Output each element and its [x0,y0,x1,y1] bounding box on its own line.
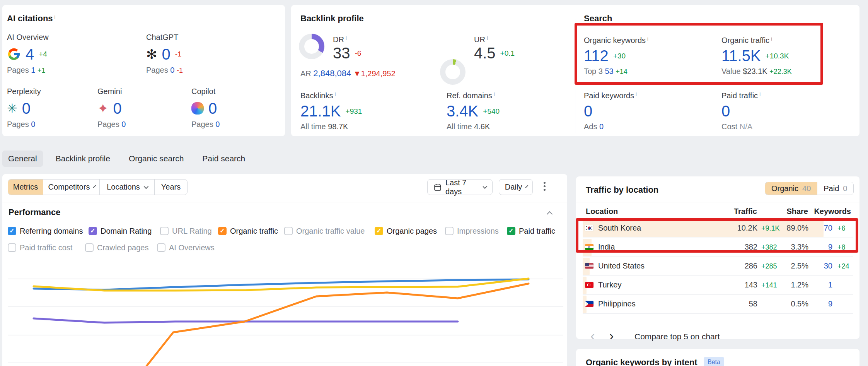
tab-paid-search[interactable]: Paid search [196,151,251,167]
metric-checkbox-ai-overviews[interactable]: AI Overviews [157,242,215,253]
engine-value[interactable]: 0 [208,100,217,117]
ar-value[interactable]: 2,848,084 [313,68,351,78]
copilot-icon [191,102,204,115]
ads-value[interactable]: 0 [599,122,604,131]
keywords-delta: +6 [837,224,846,233]
location-name[interactable]: United States [598,262,645,270]
col-location[interactable]: Location [586,207,618,216]
checkbox-icon[interactable] [157,243,165,252]
engine-value[interactable]: 0 [22,100,31,117]
metric-checkbox-domain-rating[interactable]: Domain Rating [89,226,152,236]
compare-top5-link[interactable]: Compare top 5 on chart [634,332,720,341]
engine-value[interactable]: 0 [162,46,171,63]
tab-general[interactable]: General [2,151,43,167]
share-value: 0.5% [778,299,808,308]
keywords-value[interactable]: 9 [813,299,832,308]
checkbox-icon[interactable] [89,227,97,235]
dr-donut-chart [299,34,324,59]
engine-perplexity: Perplexity ✳ 0 Pages 0 [7,87,88,129]
location-name[interactable]: India [598,243,615,251]
toggle-organic[interactable]: Organic 40 [765,182,817,195]
paid-traffic-value[interactable]: 0 [721,103,730,120]
col-share[interactable]: Share [781,207,808,216]
metric-checkbox-paid-traffic-cost[interactable]: Paid traffic cost [8,242,72,253]
metric-checkbox-organic-traffic[interactable]: Organic traffic [218,226,278,236]
ref-domains-delta: +540 [483,107,500,116]
next-page-button[interactable]: › [609,330,614,341]
backlinks-value[interactable]: 21.1K [300,103,341,120]
alltime-label: All time [300,122,326,131]
info-icon [759,91,761,97]
top3-value[interactable]: 53 [605,67,614,75]
paid-traffic-block: Paid traffic 0 Cost N/A [721,91,761,131]
toggle-paid[interactable]: Paid 0 [817,182,853,195]
keywords-value[interactable]: 70 [813,224,832,233]
pages-value[interactable]: 0 [215,120,220,128]
metric-checkbox-impressions[interactable]: Impressions [445,226,499,236]
pages-label: Pages [191,120,213,128]
location-row-india[interactable]: India 382 +382 3.3% 9 +8 [576,238,859,257]
engine-value[interactable]: 0 [113,100,122,117]
metric-checkbox-referring-domains[interactable]: Referring domains [8,226,83,236]
engine-value[interactable]: 4 [26,46,34,63]
traffic-by-location-card: Traffic by location Organic 40 Paid 0 Lo… [576,176,859,339]
metric-checkbox-organic-pages[interactable]: Organic pages [375,226,437,236]
checkbox-icon[interactable] [218,227,227,235]
tab-organic-search[interactable]: Organic search [123,151,189,167]
col-traffic[interactable]: Traffic [730,207,757,216]
paid-keywords-value[interactable]: 0 [584,103,592,120]
checkbox-icon[interactable] [8,243,16,252]
share-value: 3.3% [778,243,808,251]
location-row-philippines[interactable]: Philippines 58 0.5% 9 [576,295,859,314]
location-name[interactable]: Turkey [598,280,621,289]
checkbox-icon[interactable] [284,227,293,235]
pages-value[interactable]: 0 [121,120,126,128]
keywords-value[interactable]: 30 [813,262,832,270]
location-name[interactable]: South Korea [598,224,641,233]
metric-checkbox-url-rating[interactable]: URL Rating [160,226,212,236]
engine-name: Perplexity [7,87,88,96]
checkbox-icon[interactable] [507,227,515,235]
organic-keywords-block: Organic keywords 112 +30 Top 3 53 +14 [584,36,648,76]
keywords-value[interactable]: 9 [813,243,832,251]
tab-backlink-profile[interactable]: Backlink profile [50,151,116,167]
traffic-value: 58 [726,299,757,308]
ads-label: Ads [584,122,597,131]
checkbox-icon[interactable] [85,243,94,252]
checkbox-icon[interactable] [160,227,169,235]
engine-gemini: Gemini ✦ 0 Pages 0 [97,87,179,129]
cost-label: Cost [721,122,737,131]
pages-value[interactable]: 0 [170,66,174,74]
location-row-united-states[interactable]: United States 286 +285 2.5% 30 +24 [576,257,859,276]
col-keywords[interactable]: Keywords [812,207,851,216]
pages-value[interactable]: 0 [31,120,35,128]
backlinks-delta: +931 [346,107,362,116]
performance-line-chart[interactable] [2,255,566,366]
pages-value[interactable]: 1 [31,66,35,74]
keywords-value[interactable]: 1 [813,280,832,289]
metric-checkbox-paid-traffic[interactable]: Paid traffic [507,226,555,236]
location-name[interactable]: Philippines [598,299,636,308]
organic-paid-toggle: Organic 40 Paid 0 [765,182,854,195]
metric-checkbox-crawled-pages[interactable]: Crawled pages [85,242,148,253]
location-row-south-korea[interactable]: South Korea 10.2K +9.1K 89.0% 70 +6 [576,219,859,238]
alltime-value: 98.7K [328,122,348,131]
organic-keywords-value[interactable]: 112 [584,47,609,65]
organic-traffic-label: Organic traffic [721,36,769,44]
engine-chatgpt: ChatGPT ✻ 0 -1 Pages 0 -1 [146,33,274,75]
checkbox-icon[interactable] [375,227,383,235]
checkbox-icon[interactable] [8,227,16,235]
value-delta: +22.3K [769,68,792,75]
prev-page-button[interactable]: ‹ [590,330,595,341]
traffic-by-location-title: Traffic by location [586,185,658,195]
checkbox-icon[interactable] [445,227,454,235]
pages-delta: +1 [38,67,46,74]
traffic-delta: +285 [761,262,777,270]
metric-checkbox-organic-traffic-value[interactable]: Organic traffic value [284,226,365,236]
checkbox-label: Domain Rating [101,227,152,236]
ref-domains-value[interactable]: 3.4K [447,103,478,120]
checkbox-label: Organic traffic value [296,227,365,236]
organic-traffic-value[interactable]: 11.5K [721,47,761,65]
location-row-turkey[interactable]: Turkey 143 +141 1.2% 1 [576,276,859,295]
ai-citations-title: AI citations [7,14,53,23]
